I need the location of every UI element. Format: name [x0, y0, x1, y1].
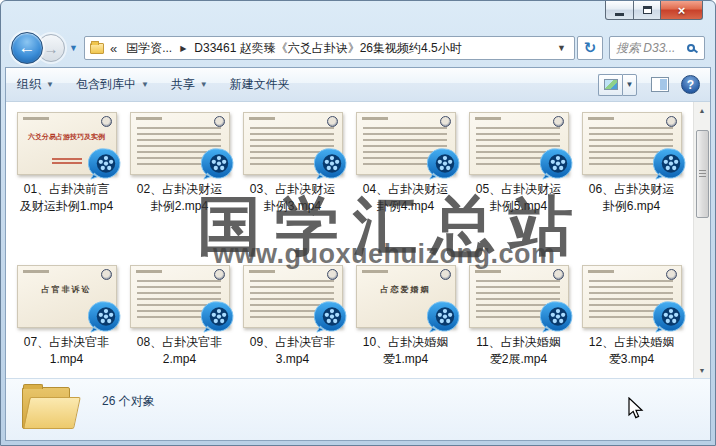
- video-thumbnail: [130, 265, 230, 328]
- file-name-line: 02、占卦决财运: [137, 181, 222, 198]
- new-folder-label: 新建文件夹: [230, 76, 290, 93]
- scroll-up-button[interactable]: ▲: [694, 102, 710, 118]
- search-input[interactable]: [610, 41, 687, 55]
- minimize-icon: [615, 13, 624, 16]
- recent-pages-dropdown[interactable]: ▼: [69, 43, 78, 53]
- client-area: 组织 ▼ 包含到库中 ▼ 共享 ▼ 新建文件夹 ▼ ?: [5, 67, 711, 441]
- change-view-dropdown[interactable]: ▼: [622, 74, 637, 96]
- scroll-down-icon: ▼: [699, 367, 706, 374]
- video-thumbnail: 占恋爱婚姻: [356, 265, 456, 328]
- video-file-badge-icon: [427, 147, 462, 182]
- address-bar[interactable]: « 国学资... ▶ D33461 赵奕臻《六爻占卦诀》26集视频约4.5小时 …: [84, 36, 575, 60]
- include-in-library-label: 包含到库中: [76, 76, 136, 93]
- restore-button[interactable]: [634, 1, 661, 20]
- vertical-scrollbar[interactable]: ▲ ▼: [693, 102, 710, 378]
- video-thumbnail: [356, 112, 456, 175]
- help-icon: ?: [687, 78, 694, 92]
- file-item[interactable]: 占恋爱婚姻 10、占卦决婚姻 爱1.mp4: [349, 265, 462, 368]
- file-item[interactable]: 04、占卦决财运 卦例4.mp4: [349, 112, 462, 215]
- slide-header-line: [23, 117, 49, 120]
- title-bar[interactable]: ×: [1, 1, 715, 29]
- file-name-line: 卦例6.mp4: [589, 198, 674, 215]
- file-name-line: 1.mp4: [24, 351, 109, 368]
- refresh-button[interactable]: ↻: [577, 36, 603, 60]
- video-thumbnail: 占官非诉讼: [17, 265, 117, 328]
- file-name: 09、占卦决官非 3.mp4: [250, 334, 335, 368]
- file-name: 11、占卦决婚姻 爱2展.mp4: [476, 334, 560, 368]
- search-box[interactable]: [609, 36, 705, 60]
- file-item[interactable]: 占官非诉讼 07、占卦决官非 1.mp4: [10, 265, 123, 368]
- preview-pane-button[interactable]: [651, 77, 669, 92]
- chevron-down-icon: ▼: [626, 80, 634, 89]
- back-arrow-icon: ←: [19, 38, 36, 58]
- video-file-badge-icon: [540, 147, 575, 182]
- file-list-area[interactable]: 六爻分易占游技巧及实例 01、占卦决前言 及财运卦例1.mp4: [6, 102, 710, 378]
- file-name: 10、占卦决婚姻 爱1.mp4: [363, 334, 448, 368]
- command-toolbar: 组织 ▼ 包含到库中 ▼ 共享 ▼ 新建文件夹 ▼ ?: [6, 68, 710, 102]
- file-name-line: 及财运卦例1.mp4: [20, 198, 113, 215]
- new-folder-button[interactable]: 新建文件夹: [219, 68, 301, 101]
- breadcrumb-separator-icon[interactable]: ▶: [180, 44, 186, 53]
- file-item[interactable]: 05、占卦决财运 卦例5.mp4: [462, 112, 575, 215]
- slide-header-line: [362, 270, 388, 273]
- file-name-line: 爱3.mp4: [589, 351, 674, 368]
- presenter-avatar-icon: [440, 269, 451, 280]
- file-item[interactable]: 12、占卦决婚姻 爱3.mp4: [575, 265, 688, 368]
- file-name-line: 01、占卦决前言: [20, 181, 113, 198]
- folder-front-panel: [23, 397, 81, 429]
- slide-header-line: [249, 270, 275, 273]
- help-button[interactable]: ?: [681, 75, 700, 94]
- close-button[interactable]: ×: [661, 1, 703, 20]
- file-name-line: 卦例5.mp4: [476, 198, 561, 215]
- minimize-button[interactable]: [605, 1, 634, 20]
- file-name: 07、占卦决官非 1.mp4: [24, 334, 109, 368]
- scroll-down-button[interactable]: ▼: [694, 362, 710, 378]
- breadcrumb-current-folder[interactable]: D33461 赵奕臻《六爻占卦诀》26集视频约4.5小时: [192, 40, 463, 57]
- slide-header-line: [136, 270, 162, 273]
- file-item[interactable]: 06、占卦决财运 卦例6.mp4: [575, 112, 688, 215]
- file-item[interactable]: 03、占卦决财运 卦例3.mp4: [236, 112, 349, 215]
- share-menu[interactable]: 共享 ▼: [160, 68, 219, 101]
- video-thumbnail: [582, 265, 682, 328]
- slide-header-line: [362, 117, 388, 120]
- breadcrumb-root[interactable]: 国学资...: [124, 40, 174, 57]
- file-name-line: 10、占卦决婚姻: [363, 334, 448, 351]
- presenter-avatar-icon: [101, 116, 112, 127]
- presenter-avatar-icon: [666, 269, 677, 280]
- scrollbar-grip-icon: [699, 170, 706, 178]
- video-thumbnail: 六爻分易占游技巧及实例: [17, 112, 117, 175]
- include-in-library-menu[interactable]: 包含到库中 ▼: [65, 68, 160, 101]
- folder-icon: [22, 387, 74, 429]
- file-name: 04、占卦决财运 卦例4.mp4: [363, 181, 448, 215]
- restore-icon: [643, 6, 652, 14]
- file-item[interactable]: 六爻分易占游技巧及实例 01、占卦决前言 及财运卦例1.mp4: [10, 112, 123, 215]
- file-item[interactable]: 09、占卦决官非 3.mp4: [236, 265, 349, 368]
- slide-title: 占恋爱婚姻: [361, 286, 451, 294]
- file-item[interactable]: 11、占卦决婚姻 爱2展.mp4: [462, 265, 575, 368]
- file-name: 06、占卦决财运 卦例6.mp4: [589, 181, 674, 215]
- file-grid: 六爻分易占游技巧及实例 01、占卦决前言 及财运卦例1.mp4: [10, 112, 689, 368]
- file-name-line: 爱2展.mp4: [476, 351, 560, 368]
- file-item[interactable]: 02、占卦决财运 卦例2.mp4: [123, 112, 236, 215]
- video-thumbnail: [469, 265, 569, 328]
- video-file-badge-icon: [314, 147, 349, 182]
- back-button[interactable]: ←: [11, 32, 43, 64]
- presenter-avatar-icon: [327, 269, 338, 280]
- organize-menu[interactable]: 组织 ▼: [6, 68, 65, 101]
- organize-label: 组织: [17, 76, 41, 93]
- file-name-line: 11、占卦决婚姻: [476, 334, 560, 351]
- explorer-window: × ← → ▼ « 国学资... ▶ D33461 赵奕臻《六爻占卦诀》26集视…: [0, 0, 716, 446]
- slide-header-line: [136, 117, 162, 120]
- file-name-line: 05、占卦决财运: [476, 181, 561, 198]
- file-name-line: 2.mp4: [137, 351, 222, 368]
- breadcrumb-overflow-chevron[interactable]: «: [110, 41, 117, 56]
- slide-header-line: [23, 270, 49, 273]
- slide-header-line: [475, 117, 501, 120]
- file-name-line: 07、占卦决官非: [24, 334, 109, 351]
- file-item[interactable]: 08、占卦决官非 2.mp4: [123, 265, 236, 368]
- change-view-button[interactable]: [598, 74, 622, 96]
- scrollbar-thumb[interactable]: [696, 130, 709, 218]
- folder-icon: [90, 43, 104, 54]
- file-name: 05、占卦决财运 卦例5.mp4: [476, 181, 561, 215]
- address-dropdown-icon[interactable]: ▼: [548, 43, 574, 53]
